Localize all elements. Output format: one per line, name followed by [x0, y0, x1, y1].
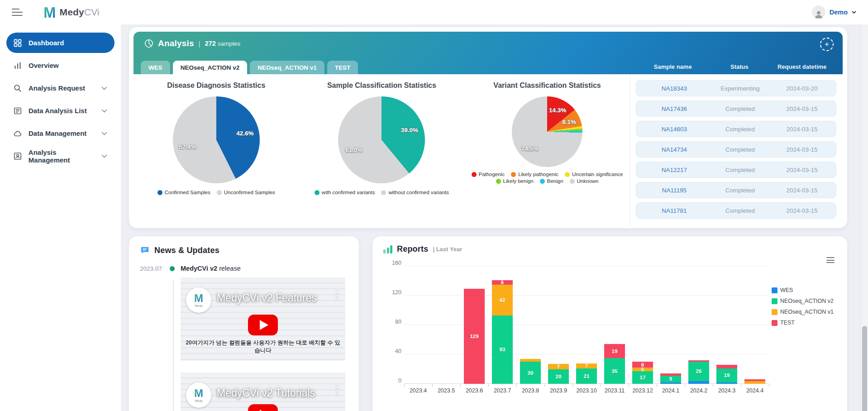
x-axis-tick [769, 384, 769, 387]
x-axis-tick [572, 384, 573, 387]
title-separator: | [199, 40, 200, 48]
bar-segment-neoseq-action-v2: 9 [660, 376, 681, 382]
stacked-bar: 26 [688, 360, 709, 384]
sidebar-nav: DashboardOverviewAnalysis RequestData An… [6, 33, 114, 166]
bar-slot-2024-4 [741, 266, 769, 384]
stacked-bar: 9 [660, 373, 681, 384]
play-button-icon[interactable] [248, 404, 278, 411]
person-badge-icon [13, 152, 23, 160]
add-analysis-button[interactable]: + [820, 38, 834, 51]
logo-mark-m: M [43, 5, 56, 20]
page-scrollbar[interactable] [861, 24, 868, 411]
tab-neoseq-action-v1[interactable]: NEOseq_ACTION v1 [250, 61, 324, 74]
pie-legend: with confirmed variantswithout confirmed… [315, 190, 449, 195]
sample-table: NA18343Experimenting2024-03-20NA17436Com… [630, 74, 843, 226]
bar-slot-2023-11: 3519 [601, 266, 629, 384]
user-menu[interactable]: Demo [812, 5, 856, 19]
video-thumbnail-medycvi-v2-features[interactable]: MedyCVi v2 FeaturesMMedy20여가지가 넘는 컬럼들을 사… [181, 277, 345, 361]
y-axis-tick-label: 40 [395, 348, 401, 354]
legend-item-neoseq-action-v1: NEOseq_ACTION v1 [772, 309, 834, 315]
stacked-bar: 217 [576, 363, 597, 384]
tab-test[interactable]: TEST [327, 61, 358, 74]
bar-segment-wes [688, 381, 709, 384]
play-button-icon[interactable] [248, 315, 278, 335]
cell-sample-name: NA17436 [636, 105, 712, 112]
bar-segment-test: 19 [604, 344, 625, 358]
legend-item-likely-benign: Likely benign [496, 178, 534, 184]
legend-item-pathogenic: Pathogenic [472, 172, 505, 177]
pie-title: Disease Diagnosis Statistics [167, 81, 265, 90]
sidebar-item-label: Analysis Management [29, 148, 99, 164]
cell-sample-name: NA14734 [636, 146, 712, 153]
legend-swatch [772, 287, 777, 293]
table-row[interactable]: NA18343Experimenting2024-03-20 [636, 80, 836, 96]
legend-dot [381, 190, 386, 195]
stacked-bar [744, 379, 765, 384]
pie-legend: PathogenicLikely pathogenicUncertain sig… [466, 172, 629, 184]
cell-request-datetime: 2024-03-15 [768, 167, 836, 173]
legend-item-unconfirmed-samples: Unconfirmed Samples [217, 190, 275, 195]
bar-segment-wes [660, 382, 681, 384]
sidebar: DashboardOverviewAnalysis RequestData An… [0, 24, 121, 411]
bar-slot-2023-4 [404, 266, 432, 384]
x-axis-tick [601, 384, 601, 387]
bar-segment-neoseq-action-v1: 42 [492, 285, 513, 315]
table-row[interactable]: NA14734Completed2024-03-15 [636, 141, 836, 158]
pie-slice-label: 8.1% [562, 119, 576, 125]
x-axis-tick [516, 384, 517, 387]
chart-menu-icon[interactable] [826, 257, 835, 263]
scrollbar-thumb[interactable] [862, 326, 867, 411]
pie-slice-label: 61.0% [345, 147, 362, 153]
sidebar-item-analysis-management[interactable]: Analysis Management [6, 146, 114, 166]
legend-dot [511, 172, 516, 177]
legend-dot [157, 190, 162, 195]
bar-segment-neoseq-action-v1: 7 [548, 364, 569, 369]
tab-neoseq-action-v2[interactable]: NEOseq_ACTION v2 [173, 61, 248, 74]
cell-sample-name: NA11781 [636, 207, 712, 214]
more-options-icon[interactable] [336, 386, 338, 395]
table-row[interactable]: NA12217Completed2024-03-15 [636, 162, 836, 178]
sidebar-item-dashboard[interactable]: Dashboard [6, 33, 114, 53]
bar-slot-2024-1: 9 [657, 266, 685, 384]
table-header-columns: Sample nameStatusRequest datetime [634, 63, 836, 70]
sidebar-item-data-management[interactable]: Data Management [6, 123, 114, 143]
legend-dot [217, 190, 222, 195]
video-thumbnail-medycvi-v2-tutorials[interactable]: MedyCVi v2 TutorialsMMedy [181, 373, 345, 411]
cell-request-datetime: 2024-03-15 [768, 207, 836, 214]
user-avatar [812, 5, 825, 19]
table-row[interactable]: NA11781Completed2024-03-15 [636, 202, 836, 219]
table-row[interactable]: NA11195Completed2024-03-15 [636, 182, 836, 198]
cell-status: Completed [712, 187, 768, 194]
cell-request-datetime: 2024-03-15 [768, 105, 836, 112]
more-options-icon[interactable] [336, 291, 338, 300]
x-axis-tick [629, 384, 629, 387]
brand-name-light: CVi [84, 7, 99, 17]
legend-dot [472, 172, 477, 177]
pie-block-variant-classification-statistics: Variant Classification Statistics14.3%8.… [464, 81, 630, 226]
channel-avatar: MMedy [186, 382, 211, 408]
legend-swatch [772, 309, 777, 315]
sidebar-item-analysis-request[interactable]: Analysis Request [6, 78, 114, 98]
list-icon [13, 107, 23, 115]
sidebar-item-data-analysis-list[interactable]: Data Analysis List [6, 100, 114, 121]
bar-segment-neoseq-action-v2: 35 [604, 358, 625, 384]
pie-slice-label: 74.5% [521, 145, 539, 152]
sidebar-item-overview[interactable]: Overview [6, 55, 114, 76]
tab-wes[interactable]: WES [141, 61, 170, 74]
video-caption: 20여가지가 넘는 컬럼들을 사용자가 원하는 대로 배치할 수 있습니다 [181, 339, 345, 354]
pie-charts: Disease Diagnosis Statistics42.6%57.4%Co… [134, 74, 630, 226]
news-date: 2023.07 [140, 265, 163, 272]
cell-request-datetime: 2024-03-15 [768, 187, 836, 194]
table-row[interactable]: NA14603Completed2024-03-15 [636, 121, 836, 137]
table-row[interactable]: NA17436Completed2024-03-15 [636, 100, 836, 117]
x-axis-tick [685, 384, 685, 387]
bar-chart-icon [13, 62, 23, 70]
column-header-status: Status [711, 63, 768, 70]
cell-request-datetime: 2024-03-15 [768, 146, 836, 153]
timeline-line [173, 280, 174, 411]
pie-title: Sample Classification Statistics [327, 81, 436, 90]
news-title: News & Updates [154, 246, 219, 255]
menu-toggle-icon[interactable] [12, 9, 23, 16]
stacked-bar: 3519 [604, 344, 625, 384]
caret-down-icon [852, 11, 856, 14]
